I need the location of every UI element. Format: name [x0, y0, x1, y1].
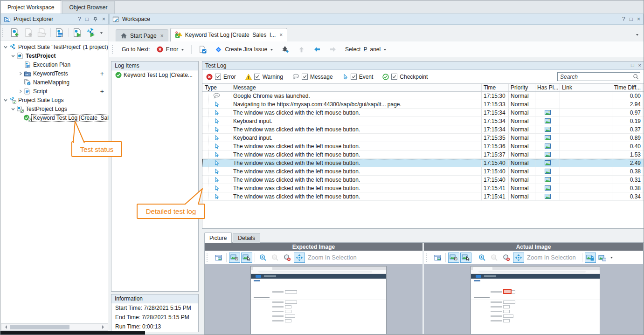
- chevron-right-icon[interactable]: [17, 89, 23, 94]
- tree-testproject-logs[interactable]: TestProject Logs: [0, 104, 109, 113]
- actual-image-viewport[interactable]: [424, 264, 643, 334]
- scroll-right-arrow[interactable]: [102, 325, 106, 329]
- filter-message[interactable]: Message: [292, 74, 333, 80]
- picture-icon[interactable]: [545, 169, 551, 174]
- zoom-out-button[interactable]: [489, 253, 500, 263]
- chevron-down-icon[interactable]: [10, 107, 16, 111]
- chevron-down-icon[interactable]: [10, 54, 16, 58]
- tab-object-browser[interactable]: Object Browser: [62, 1, 114, 14]
- picture-icon[interactable]: [545, 194, 551, 199]
- tab-list-dropdown[interactable]: [636, 33, 639, 36]
- log-row[interactable]: The window was clicked with the left mou…: [202, 109, 644, 117]
- maximize-button[interactable]: □: [631, 63, 634, 68]
- zoom-to-fit-button[interactable]: [513, 253, 524, 263]
- maximize-button[interactable]: □: [630, 16, 633, 22]
- selection-tool-button[interactable]: [241, 253, 252, 263]
- zoom-to-fit-button[interactable]: [294, 253, 305, 263]
- log-row[interactable]: The window was clicked with the left mou…: [202, 159, 644, 167]
- filter-error-checkbox[interactable]: [215, 74, 221, 80]
- column-header-pic[interactable]: Has Pi...: [535, 84, 560, 91]
- post-defect-button[interactable]: [279, 44, 292, 55]
- log-row[interactable]: The window was clicked with the left mou…: [202, 150, 644, 159]
- tree-script[interactable]: Script+: [0, 87, 109, 96]
- log-row[interactable]: The window was clicked with the left mou…: [202, 192, 644, 201]
- picture-icon[interactable]: [545, 144, 551, 149]
- forward-button[interactable]: [326, 44, 339, 55]
- tab-project-workspace[interactable]: Project Workspace: [0, 0, 61, 14]
- toolbar-grip[interactable]: [426, 253, 429, 262]
- filter-message-checkbox[interactable]: [302, 74, 308, 80]
- tree-keywordtests[interactable]: KeywordTests+: [0, 69, 109, 78]
- tab-start-page[interactable]: Start Page×: [116, 29, 168, 41]
- tree-project-suite-logs[interactable]: Project Suite Logs: [0, 96, 109, 104]
- create-issue-report-button[interactable]: [196, 44, 209, 55]
- log-row[interactable]: Navigating to the https://mysap.com:4430…: [202, 100, 644, 109]
- add-new-item-button[interactable]: [8, 27, 21, 39]
- picture-icon[interactable]: [545, 152, 551, 157]
- horizontal-scrollbar[interactable]: [1, 323, 108, 331]
- expected-image-viewport[interactable]: [205, 264, 422, 334]
- synchronize-views-button[interactable]: [585, 253, 596, 263]
- tab-details[interactable]: Details: [233, 233, 260, 243]
- select-panel-button[interactable]: Select Panel: [342, 45, 389, 54]
- help-button[interactable]: ?: [622, 16, 625, 22]
- pin-icon[interactable]: [93, 17, 98, 22]
- back-button[interactable]: [311, 44, 324, 55]
- filter-event[interactable]: Event: [342, 74, 374, 80]
- help-button[interactable]: ?: [78, 16, 81, 22]
- zoom-in-button[interactable]: [257, 253, 269, 263]
- filter-checkpoint[interactable]: Checkpoint: [382, 74, 428, 80]
- column-header-pri[interactable]: Priority: [509, 84, 535, 91]
- tab-picture[interactable]: Picture: [204, 232, 232, 243]
- picture-icon[interactable]: [545, 135, 551, 140]
- view-in-window-button[interactable]: [432, 253, 443, 263]
- add-existing-item-button[interactable]: [22, 27, 35, 39]
- organize-items-button[interactable]: [53, 27, 66, 39]
- scroll-thumb[interactable]: [10, 325, 69, 329]
- open-item-button[interactable]: [35, 27, 48, 39]
- picture-icon[interactable]: [545, 127, 551, 132]
- selection-tool-button[interactable]: [460, 253, 471, 263]
- create-jira-issue-button[interactable]: Create Jira Issue: [212, 45, 276, 55]
- filter-warning[interactable]: Warning: [245, 74, 283, 80]
- log-item-keyword-test-log[interactable]: Keyword Test Log [Create...: [111, 70, 198, 80]
- column-header-type[interactable]: Type: [202, 84, 231, 91]
- scroll-left-arrow[interactable]: [3, 325, 7, 329]
- tree-namemapping[interactable]: NameMapping: [0, 78, 109, 87]
- picture-icon[interactable]: [545, 177, 551, 182]
- toolbar-grip[interactable]: [207, 253, 210, 262]
- chevron-down-icon[interactable]: [2, 98, 8, 103]
- toolbar-grip[interactable]: [112, 45, 115, 54]
- log-row[interactable]: The window was clicked with the left mou…: [202, 125, 644, 134]
- filter-error[interactable]: Error: [206, 74, 236, 80]
- run-options-dropdown[interactable]: [98, 27, 104, 39]
- picture-icon[interactable]: [545, 110, 551, 115]
- log-row[interactable]: The window was clicked with the left mou…: [202, 176, 644, 184]
- close-icon[interactable]: ×: [160, 33, 164, 39]
- column-header-msg[interactable]: Message: [231, 84, 482, 91]
- add-child-button[interactable]: +: [100, 70, 109, 77]
- toolbar-grip[interactable]: [2, 28, 6, 37]
- column-header-time[interactable]: Time: [482, 84, 509, 91]
- image-options-dropdown[interactable]: [597, 253, 608, 263]
- chevron-right-icon[interactable]: [17, 71, 23, 76]
- add-child-button[interactable]: +: [100, 88, 109, 95]
- pan-tool-button[interactable]: [448, 253, 459, 263]
- zoom-reset-button[interactable]: [282, 253, 293, 263]
- zoom-out-button[interactable]: [270, 253, 281, 263]
- tree-project-suite[interactable]: Project Suite 'TestProject' (1 project): [0, 42, 109, 51]
- tree-testproject[interactable]: TestProject: [0, 51, 109, 60]
- tree-keyword-test-log[interactable]: Keyword Test Log [Create_Sales: [0, 113, 109, 122]
- go-up-button[interactable]: [295, 45, 308, 55]
- zoom-in-button[interactable]: [477, 253, 488, 263]
- chevron-down-icon[interactable]: [610, 256, 613, 259]
- filter-event-checkbox[interactable]: [351, 74, 357, 80]
- tab-keyword-test-log[interactable]: Keyword Test Log [Create_Sales_I...×: [170, 28, 288, 41]
- zoom-reset-button[interactable]: [501, 253, 512, 263]
- log-row[interactable]: Google Chrome was launched.17:15:30Norma…: [202, 92, 644, 100]
- tree-execution-plan[interactable]: Execution Plan: [0, 60, 109, 69]
- column-header-diff[interactable]: Time Diff...: [612, 84, 643, 91]
- log-row[interactable]: The window was clicked with the left mou…: [202, 167, 644, 176]
- chevron-down-icon[interactable]: [2, 45, 8, 49]
- maximize-button[interactable]: □: [85, 16, 89, 22]
